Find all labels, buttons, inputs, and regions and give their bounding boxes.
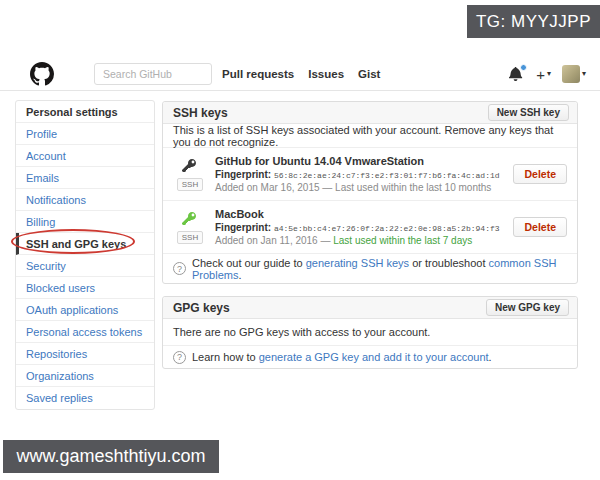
unread-notification-dot bbox=[520, 64, 527, 71]
ssh-key-title: MacBook bbox=[215, 208, 513, 220]
ssh-key-details: GitHub for Ubuntu 14.04 VmwareStation Fi… bbox=[215, 155, 513, 193]
added-text: Added on Mar 16, 2015 — Last used within… bbox=[215, 182, 491, 193]
fingerprint-label: Fingerprint: bbox=[215, 222, 271, 233]
ssh-keys-title: SSH keys bbox=[173, 106, 228, 120]
sidebar-item-oauth-applications[interactable]: OAuth applications bbox=[16, 299, 154, 321]
ssh-keys-header: SSH keys New SSH key bbox=[163, 102, 577, 124]
key-icon bbox=[182, 158, 198, 174]
ssh-key-row: SSH MacBook Fingerprint: a4:5e:bb:c4:e7:… bbox=[163, 200, 577, 253]
gpg-keys-empty-message: There are no GPG keys with access to you… bbox=[163, 319, 577, 345]
header-nav: Pull requests Issues Gist bbox=[222, 68, 380, 80]
ssh-help-text: Check out our guide to generating SSH ke… bbox=[192, 257, 567, 281]
ssh-key-icon-col: SSH bbox=[173, 211, 207, 244]
header-right-controls: + ▾ ▾ bbox=[509, 57, 586, 91]
question-icon: ? bbox=[173, 262, 186, 275]
sidebar-item-notifications[interactable]: Notifications bbox=[16, 189, 154, 211]
key-icon bbox=[182, 211, 198, 227]
sidebar-item-emails[interactable]: Emails bbox=[16, 167, 154, 189]
ssh-key-fingerprint: Fingerprint: a4:5e:bb:c4:e7:26:0f:2a:22:… bbox=[215, 222, 513, 233]
sidebar-title: Personal settings bbox=[16, 101, 154, 123]
generate-gpg-key-link[interactable]: generate a GPG key and add it to your ac… bbox=[259, 351, 489, 363]
chevron-down-icon: ▾ bbox=[547, 70, 551, 78]
ssh-key-icon-col: SSH bbox=[173, 158, 207, 191]
nav-pull-requests[interactable]: Pull requests bbox=[222, 68, 294, 80]
sidebar-item-saved-replies[interactable]: Saved replies bbox=[16, 387, 154, 409]
sidebar-item-blocked-users[interactable]: Blocked users bbox=[16, 277, 154, 299]
nav-issues[interactable]: Issues bbox=[308, 68, 344, 80]
ssh-key-fingerprint: Fingerprint: 56:8c:2e:ae:24:c7:f3:e2:f3:… bbox=[215, 169, 513, 180]
added-text: Added on Jan 11, 2016 — bbox=[215, 235, 333, 246]
page: TG: MYYJJPP www.gameshthtiyu.com Pull re… bbox=[0, 0, 600, 480]
nav-gist[interactable]: Gist bbox=[358, 68, 380, 80]
generating-ssh-keys-link[interactable]: generating SSH keys bbox=[306, 257, 409, 269]
chevron-down-icon: ▾ bbox=[582, 70, 586, 78]
ssh-key-title: GitHub for Ubuntu 14.04 VmwareStation bbox=[215, 155, 513, 167]
ssh-keys-description: This is a list of SSH keys associated wi… bbox=[163, 124, 577, 147]
new-gpg-key-button[interactable]: New GPG key bbox=[486, 299, 569, 316]
sidebar-item-repositories[interactable]: Repositories bbox=[16, 343, 154, 365]
sidebar-item-organizations[interactable]: Organizations bbox=[16, 365, 154, 387]
delete-ssh-key-button[interactable]: Delete bbox=[513, 164, 567, 184]
ssh-keys-section: SSH keys New SSH key This is a list of S… bbox=[162, 101, 578, 284]
question-icon: ? bbox=[173, 351, 186, 364]
ssh-badge: SSH bbox=[177, 231, 203, 244]
github-header: Pull requests Issues Gist + ▾ ▾ bbox=[0, 57, 600, 91]
ssh-help-note: ? Check out our guide to generating SSH … bbox=[163, 253, 577, 283]
sidebar-item-personal-access-tokens[interactable]: Personal access tokens bbox=[16, 321, 154, 343]
gpg-keys-title: GPG keys bbox=[173, 301, 230, 315]
settings-sidebar: Personal settings Profile Account Emails… bbox=[15, 100, 155, 410]
user-menu-button[interactable]: ▾ bbox=[562, 65, 586, 83]
ssh-key-row: SSH GitHub for Ubuntu 14.04 VmwareStatio… bbox=[163, 147, 577, 200]
watermark-bottom-left: www.gameshthtiyu.com bbox=[3, 440, 219, 473]
sidebar-item-profile[interactable]: Profile bbox=[16, 123, 154, 145]
ssh-key-details: MacBook Fingerprint: a4:5e:bb:c4:e7:26:0… bbox=[215, 208, 513, 246]
delete-ssh-key-button[interactable]: Delete bbox=[513, 217, 567, 237]
search-input[interactable] bbox=[94, 63, 212, 85]
ssh-badge: SSH bbox=[177, 178, 203, 191]
fingerprint-value: 56:8c:2e:ae:24:c7:f3:e2:f3:01:f7:b6:fa:4… bbox=[274, 171, 500, 180]
ssh-key-added: Added on Mar 16, 2015 — Last used within… bbox=[215, 182, 513, 193]
watermark-top-right: TG: MYYJJPP bbox=[467, 5, 600, 38]
sidebar-item-security[interactable]: Security bbox=[16, 255, 154, 277]
github-logo-icon[interactable] bbox=[30, 62, 54, 86]
sidebar-item-billing[interactable]: Billing bbox=[16, 211, 154, 233]
plus-icon: + bbox=[536, 67, 545, 82]
create-new-button[interactable]: + ▾ bbox=[536, 67, 551, 82]
gpg-keys-section: GPG keys New GPG key There are no GPG ke… bbox=[162, 296, 578, 369]
notifications-button[interactable] bbox=[509, 66, 525, 82]
ssh-key-added: Added on Jan 11, 2016 — Last used within… bbox=[215, 235, 513, 246]
sidebar-item-ssh-gpg-keys[interactable]: SSH and GPG keys bbox=[16, 233, 154, 255]
gpg-help-note: ? Learn how to generate a GPG key and ad… bbox=[163, 345, 577, 368]
gpg-help-text: Learn how to generate a GPG key and add … bbox=[192, 351, 492, 363]
fingerprint-value: a4:5e:bb:c4:e7:26:0f:2a:22:e2:0e:98:a5:2… bbox=[274, 224, 500, 233]
new-ssh-key-button[interactable]: New SSH key bbox=[488, 104, 569, 121]
last-used-text: Last used within the last 7 days bbox=[333, 235, 472, 246]
gpg-keys-header: GPG keys New GPG key bbox=[163, 297, 577, 319]
avatar bbox=[562, 65, 580, 83]
sidebar-item-account[interactable]: Account bbox=[16, 145, 154, 167]
fingerprint-label: Fingerprint: bbox=[215, 169, 271, 180]
